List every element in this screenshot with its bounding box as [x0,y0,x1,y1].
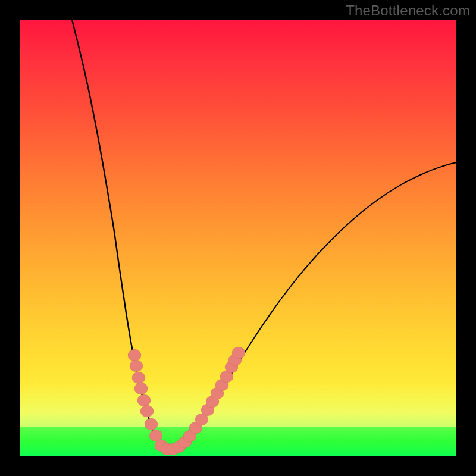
data-point [128,349,141,361]
data-point [137,394,151,406]
scatter-points [128,347,245,455]
watermark-text: TheBottleneck.com [346,2,470,19]
chart-stage: TheBottleneck.com [0,0,476,476]
data-point [140,405,154,417]
curve-overlay [20,20,456,456]
plot-area [20,20,456,456]
data-point [130,360,143,372]
data-point [132,372,145,384]
bottleneck-curve-left [72,20,168,450]
data-point [134,383,148,394]
data-point [232,347,245,359]
data-point [145,418,158,430]
